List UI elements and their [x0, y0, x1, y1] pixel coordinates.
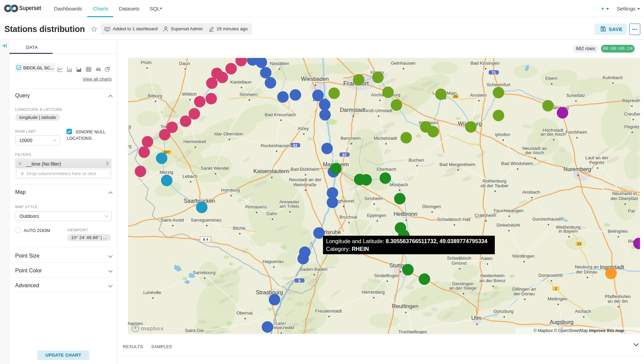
svg-text:67: 67	[343, 153, 347, 157]
svg-text:Lebach: Lebach	[183, 174, 197, 179]
svg-text:Creußen: Creußen	[624, 111, 640, 117]
svg-text:Schweinfurt: Schweinfurt	[487, 82, 511, 87]
svg-text:Ebern: Ebern	[545, 76, 557, 81]
svg-text:Kaiserslautern: Kaiserslautern	[253, 168, 289, 174]
svg-text:Sarreguemines: Sarreguemines	[191, 218, 222, 223]
svg-text:5: 5	[298, 279, 300, 283]
svg-text:Sinsheim: Sinsheim	[364, 196, 383, 201]
svg-text:Haguenau: Haguenau	[263, 259, 284, 264]
svg-text:Freudenstadt: Freudenstadt	[315, 308, 342, 313]
svg-text:Idar-Oberstein: Idar-Oberstein	[214, 131, 243, 136]
svg-text:Daun: Daun	[179, 61, 190, 66]
svg-text:63: 63	[293, 143, 297, 147]
svg-text:Lunéville: Lunéville	[143, 290, 161, 295]
svg-text:der Donau: der Donau	[513, 291, 535, 296]
svg-text:Augsburg: Augsburg	[550, 319, 574, 325]
svg-text:rg: rg	[128, 124, 131, 129]
svg-text:Pfaffenhofen: Pfaffenhofen	[605, 294, 631, 299]
svg-text:Baden-Baden: Baden-Baden	[300, 267, 328, 272]
svg-text:Dinkelsbühl: Dinkelsbühl	[496, 223, 520, 228]
svg-text:Pirmasens: Pirmasens	[245, 204, 267, 209]
svg-text:Beilngries: Beilngries	[608, 229, 628, 234]
svg-text:Schwäbisch Hall: Schwäbisch Hall	[437, 217, 470, 222]
svg-text:Gunzenhausen: Gunzenhausen	[532, 217, 563, 222]
svg-text:Rockenhausen: Rockenhausen	[261, 143, 291, 148]
svg-text:Saint-Dié-: Saint-Dié-	[185, 328, 205, 333]
svg-text:an der Ilm: an der Ilm	[608, 299, 628, 304]
svg-text:Rothenburg: Rothenburg	[483, 178, 507, 184]
svg-text:Michelstadt: Michelstadt	[374, 136, 397, 141]
svg-text:rg: rg	[128, 143, 131, 148]
svg-text:Weinstraße: Weinstraße	[293, 182, 317, 187]
svg-text:Neustadt an der: Neustadt an der	[289, 177, 322, 182]
svg-text:Sarrebourg: Sarrebourg	[193, 270, 216, 275]
svg-text:Trochtelfingen: Trochtelfingen	[398, 329, 427, 334]
svg-text:Feuchtwangen: Feuchtwangen	[494, 208, 524, 213]
svg-text:Bad Windsheim: Bad Windsheim	[501, 161, 533, 166]
svg-text:Pegnitz: Pegnitz	[624, 124, 639, 129]
svg-text:Homburg: Homburg	[221, 188, 240, 193]
svg-text:© Mapbox © OpenStreetMap Impro: © Mapbox © OpenStreetMap Improve this ma…	[534, 328, 624, 333]
svg-text:Pegnitz: Pegnitz	[589, 160, 604, 165]
svg-text:Bayreuth: Bayreuth	[622, 98, 640, 103]
svg-text:Günzburg: Günzburg	[493, 309, 513, 314]
svg-text:Schwäbisch: Schwäbisch	[447, 256, 471, 261]
svg-text:Heidenheim: Heidenheim	[480, 273, 505, 278]
svg-text:Alzey: Alzey	[297, 126, 309, 131]
svg-text:mapbox: mapbox	[141, 325, 164, 332]
svg-text:Sindelfingen: Sindelfingen	[374, 273, 399, 278]
svg-text:Herrenberg: Herrenberg	[362, 290, 385, 295]
svg-text:Ansbach: Ansbach	[522, 190, 540, 195]
svg-text:Scheßlitz: Scheßlitz	[566, 93, 585, 98]
svg-text:Sankt Wendel: Sankt Wendel	[201, 166, 229, 171]
svg-text:an der Brenz: an der Brenz	[479, 278, 506, 283]
svg-text:Lauf an der: Lauf an der	[585, 155, 609, 160]
svg-text:Bad Mergentheim: Bad Mergentheim	[440, 162, 476, 167]
svg-text:Saint-Avold: Saint-Avold	[161, 218, 184, 223]
svg-text:Eppingen: Eppingen	[367, 213, 386, 218]
svg-text:Mosbach: Mosbach	[390, 182, 408, 187]
svg-text:Darmstadt: Darmstadt	[340, 107, 366, 113]
svg-text:Aalen: Aalen	[481, 256, 493, 261]
svg-text:Bad Kissingen: Bad Kissingen	[471, 61, 500, 66]
svg-text:Nördlingen: Nördlingen	[512, 254, 534, 259]
svg-text:an der Steige: an der Steige	[449, 286, 476, 291]
svg-text:Nuremberg: Nuremberg	[564, 166, 591, 172]
svg-text:Aichach: Aichach	[575, 309, 591, 314]
svg-text:Crailsheim: Crailsheim	[475, 213, 496, 218]
svg-text:Strasbourg: Strasbourg	[256, 289, 283, 295]
svg-text:Simmern: Simmern	[239, 92, 258, 97]
svg-text:Groß-Umstadt: Groß-Umstadt	[363, 108, 392, 113]
svg-text:Gmünd: Gmünd	[452, 261, 466, 266]
svg-text:Obernai: Obernai	[236, 310, 253, 316]
svg-text:Heilbronn: Heilbronn	[394, 211, 418, 217]
svg-text:Par: Par	[628, 208, 635, 213]
svg-text:4k: 4k	[96, 67, 101, 72]
svg-text:Prüm: Prüm	[141, 60, 152, 65]
svg-text:Forchheim: Forchheim	[566, 130, 587, 135]
svg-text:Reutlingen: Reutlingen	[392, 303, 419, 309]
svg-text:A 4: A 4	[203, 237, 208, 241]
svg-text:Bad Kreuznach: Bad Kreuznach	[265, 112, 296, 117]
svg-text:Donauwörth: Donauwörth	[539, 273, 563, 278]
svg-text:Nastätten: Nastätten	[270, 61, 289, 66]
svg-text:Bitburg: Bitburg	[148, 93, 162, 98]
svg-text:Buchen: Buchen	[409, 158, 424, 163]
svg-text:Neumarkt in: Neumarkt in	[612, 191, 637, 196]
svg-text:in Bayern: in Bayern	[558, 229, 578, 234]
svg-text:Öhringen: Öhringen	[422, 204, 441, 209]
svg-text:Ulm: Ulm	[471, 315, 481, 321]
svg-text:Wittlich: Wittlich	[182, 92, 197, 97]
svg-text:Neuburg an: Neuburg an	[575, 264, 599, 269]
svg-text:am Trifels: am Trifels	[280, 204, 299, 209]
svg-text:2: 2	[555, 287, 557, 291]
svg-text:Hermeskeil: Hermeskeil	[183, 139, 206, 144]
svg-text:Dillingen an: Dillingen an	[512, 287, 536, 292]
svg-text:Bruchsal: Bruchsal	[340, 214, 357, 220]
svg-text:ob der Tauber: ob der Tauber	[480, 183, 509, 188]
svg-text:Gelnhausen: Gelnhausen	[391, 61, 416, 66]
svg-text:Bitche: Bitche	[233, 226, 246, 231]
svg-text:Iphofen: Iphofen	[495, 132, 510, 137]
svg-text:Bensheim: Bensheim	[341, 136, 361, 141]
svg-text:der Donau: der Donau	[576, 269, 597, 274]
